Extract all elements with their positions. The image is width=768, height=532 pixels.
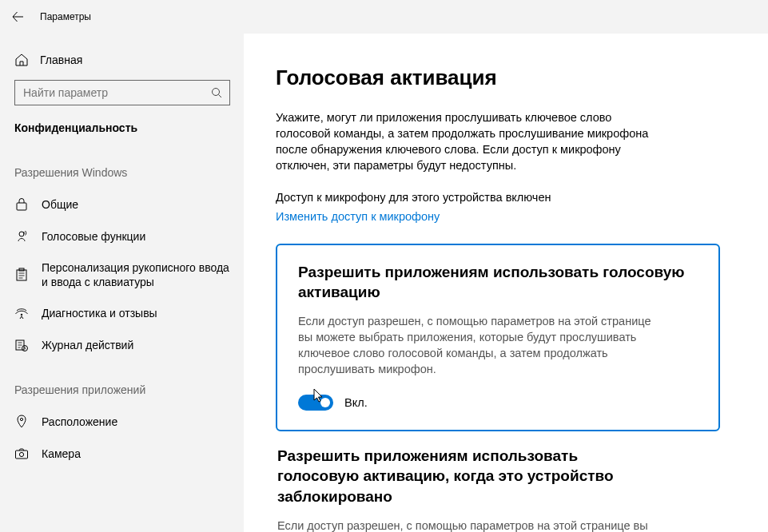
sidebar-item-label: Общие [42, 197, 78, 212]
sidebar-item-label: Голосовые функции [42, 229, 145, 244]
svg-rect-9 [16, 451, 28, 459]
sidebar-home-label: Главная [40, 54, 82, 66]
mic-status: Доступ к микрофону для этого устройства … [276, 191, 720, 204]
sidebar-item-label: Диагностика и отзывы [42, 306, 157, 320]
svg-point-2 [19, 232, 24, 236]
window-title: Параметры [35, 11, 91, 22]
feedback-icon [14, 306, 29, 320]
sidebar: Главная Конфиденциальность Разрешения Wi… [0, 34, 244, 532]
svg-point-5 [21, 314, 22, 316]
history-icon [14, 338, 29, 352]
setting-title: Разрешить приложениям использовать голос… [298, 263, 698, 302]
sidebar-item-activity[interactable]: Журнал действий [0, 329, 244, 361]
setting-title: Разрешить приложениям использовать голос… [277, 446, 661, 506]
search-box[interactable] [14, 80, 230, 105]
titlebar: Параметры [0, 0, 768, 34]
sidebar-item-label: Журнал действий [42, 338, 133, 352]
sidebar-item-location[interactable]: Расположение [0, 406, 244, 438]
sidebar-item-general[interactable]: Общие [0, 189, 244, 220]
back-button[interactable] [0, 0, 35, 34]
sidebar-item-speech[interactable]: Голосовые функции [0, 220, 244, 252]
sidebar-item-diagnostics[interactable]: Диагностика и отзывы [0, 297, 244, 329]
camera-icon [14, 447, 29, 460]
main-content: Голосовая активация Укажите, могут ли пр… [244, 34, 768, 532]
change-mic-access-link[interactable]: Изменить доступ к микрофону [276, 210, 720, 223]
intro-text: Укажите, могут ли приложения прослушиват… [276, 109, 659, 173]
arrow-left-icon [11, 10, 24, 23]
svg-rect-3 [17, 270, 26, 280]
setting-desc: Если доступ разрешен, с помощью параметр… [298, 313, 666, 377]
svg-point-8 [20, 419, 22, 421]
svg-rect-1 [17, 203, 26, 210]
sidebar-item-inking[interactable]: Персонализация рукописного ввода и ввода… [0, 252, 244, 297]
svg-point-10 [19, 453, 23, 457]
page-title: Голосовая активация [276, 66, 720, 90]
speech-icon [14, 229, 29, 244]
sidebar-item-label: Расположение [42, 415, 117, 429]
group-header-apps: Разрешения приложений [0, 361, 244, 406]
sidebar-item-label: Персонализация рукописного ввода и ввода… [42, 260, 229, 289]
home-icon [14, 53, 29, 67]
lock-icon [14, 197, 29, 212]
toggle-label: Вкл. [344, 396, 368, 409]
sidebar-item-camera[interactable]: Камера [0, 438, 244, 470]
voice-activation-toggle[interactable] [298, 395, 333, 411]
location-icon [14, 415, 29, 429]
voice-activation-locked-setting: Разрешить приложениям использовать голос… [276, 446, 720, 532]
sidebar-home[interactable]: Главная [0, 48, 244, 80]
sidebar-current-section: Конфиденциальность [0, 120, 244, 158]
setting-desc: Если доступ разрешен, с помощью параметр… [277, 518, 661, 532]
voice-activation-setting: Разрешить приложениям использовать голос… [276, 244, 720, 431]
svg-point-0 [213, 89, 220, 96]
clipboard-icon [14, 268, 29, 282]
group-header-windows: Разрешения Windows [0, 158, 244, 189]
search-input[interactable] [15, 86, 204, 99]
sidebar-item-label: Камера [42, 447, 81, 461]
search-icon [204, 86, 229, 99]
